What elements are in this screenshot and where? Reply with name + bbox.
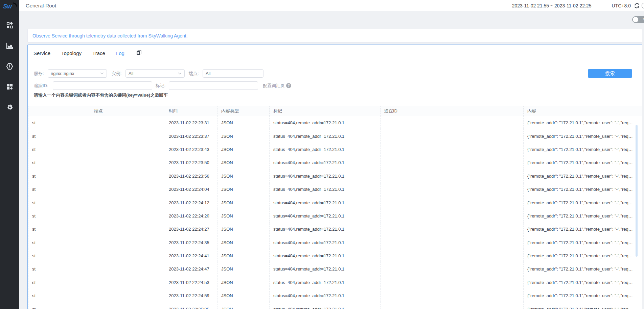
table-row[interactable]: st2023-11-02 22:24:04JSONstatus=404,remo… xyxy=(28,183,642,196)
cell-trace_id xyxy=(380,183,523,196)
cell-time: 2023-11-02 22:24:53 xyxy=(165,276,217,289)
instance-select[interactable]: All xyxy=(125,69,185,78)
version-toggle[interactable]: V xyxy=(632,16,644,23)
skywalking-logo[interactable]: Sw xyxy=(3,2,18,10)
refresh-button[interactable] xyxy=(634,3,640,9)
cell-time: 2023-11-02 22:23:56 xyxy=(165,170,217,183)
table-row[interactable]: st2023-11-02 22:24:35JSONstatus=404,remo… xyxy=(28,236,642,249)
table-row[interactable]: st2023-11-02 22:24:41JSONstatus=404,remo… xyxy=(28,249,642,262)
search-button[interactable]: 搜索 xyxy=(588,69,632,78)
table-row[interactable]: st2023-11-02 22:25:05JSONstatus=404,remo… xyxy=(28,302,642,309)
cell-time: 2023-11-02 22:25:05 xyxy=(165,302,217,309)
cell-tags: status=404,remote_addr=172.21.0.1 xyxy=(269,276,380,289)
trace-id-input[interactable] xyxy=(53,81,152,90)
log-table: 端点时间内容类型标记追踪ID内容 st2023-11-02 22:23:31JS… xyxy=(28,106,642,309)
cell-endpoint xyxy=(90,302,165,309)
table-row[interactable]: st2023-11-02 22:24:53JSONstatus=404,remo… xyxy=(28,276,642,289)
cell-content: {"remote_addr": "172.21.0.1","remote_use… xyxy=(523,183,642,196)
tags-label: 标记: xyxy=(156,81,166,90)
cell-service: st xyxy=(28,249,90,262)
instance-label: 实例: xyxy=(112,69,122,78)
table-row[interactable]: st2023-11-02 22:24:27JSONstatus=404,remo… xyxy=(28,223,642,236)
cell-service: st xyxy=(28,183,90,196)
dictionary-link[interactable]: 配置词汇页 ? xyxy=(263,81,291,90)
sidebar-item-alert[interactable] xyxy=(0,59,19,73)
question-circle-icon: ? xyxy=(286,83,291,88)
cell-content: {"remote_addr": "172.21.0.1","remote_use… xyxy=(523,170,642,183)
sidebar: Sw xyxy=(0,0,19,309)
cell-content: {"remote_addr": "172.21.0.1","remote_use… xyxy=(523,223,642,236)
tab-bar: Service Topology Trace Log xyxy=(33,48,142,58)
cell-service: st xyxy=(28,156,90,169)
cell-trace_id xyxy=(380,289,523,302)
table-row[interactable]: st2023-11-02 22:23:50JSONstatus=404,remo… xyxy=(28,156,642,169)
table-scrollbar[interactable] xyxy=(636,125,638,257)
log-panel-card: Service Topology Trace Log 服务: nginx::ng… xyxy=(27,45,642,309)
timezone-label[interactable]: UTC+8:0 xyxy=(612,3,631,8)
column-header-trace_id: 追踪ID xyxy=(380,106,523,116)
alert-hexagon-icon xyxy=(6,63,13,70)
cell-tags: status=404,remote_addr=172.21.0.1 xyxy=(269,209,380,223)
cell-endpoint xyxy=(90,276,165,289)
tab-log[interactable]: Log xyxy=(116,50,124,56)
cell-content: {"remote_addr": "172.21.0.1","remote_use… xyxy=(523,209,642,223)
cell-trace_id xyxy=(380,276,523,289)
cell-service: st xyxy=(28,116,90,129)
table-row[interactable]: st2023-11-02 22:23:43JSONstatus=404,remo… xyxy=(28,143,642,156)
log-table-header: 端点时间内容类型标记追踪ID内容 xyxy=(28,106,642,116)
cell-trace_id xyxy=(380,236,523,249)
toggle-knob xyxy=(633,17,638,22)
cell-service: st xyxy=(28,262,90,276)
toggle-label: V xyxy=(643,17,644,21)
chevron-down-icon xyxy=(100,72,104,75)
endpoint-input[interactable]: All xyxy=(203,69,263,78)
cell-content_type: JSON xyxy=(217,262,269,276)
info-icon[interactable] xyxy=(642,3,644,8)
tab-trace[interactable]: Trace xyxy=(92,50,105,56)
cell-endpoint xyxy=(90,129,165,143)
table-row[interactable]: st2023-11-02 22:24:59JSONstatus=404,remo… xyxy=(28,289,642,302)
cell-tags: status=404,remote_addr=172.21.0.1 xyxy=(269,249,380,262)
cell-tags: status=404,remote_addr=172.21.0.1 xyxy=(269,302,380,309)
cell-endpoint xyxy=(90,183,165,196)
cell-trace_id xyxy=(380,143,523,156)
chevron-down-icon xyxy=(178,72,182,75)
table-row[interactable]: st2023-11-02 22:24:12JSONstatus=404,remo… xyxy=(28,196,642,209)
tab-topology[interactable]: Topology xyxy=(61,50,82,56)
cell-content_type: JSON xyxy=(217,289,269,302)
cell-content_type: JSON xyxy=(217,236,269,249)
table-row[interactable]: st2023-11-02 22:23:31JSONstatus=404,remo… xyxy=(28,116,642,129)
cell-endpoint xyxy=(90,170,165,183)
cell-time: 2023-11-02 22:23:37 xyxy=(165,129,217,143)
log-table-body: st2023-11-02 22:23:31JSONstatus=404,remo… xyxy=(28,116,642,309)
service-select[interactable]: nginx::nginx xyxy=(48,69,107,78)
page-title: General-Root xyxy=(26,0,56,11)
table-row[interactable]: st2023-11-02 22:24:47JSONstatus=404,remo… xyxy=(28,262,642,276)
cell-content_type: JSON xyxy=(217,209,269,223)
cell-content: {"remote_addr": "172.21.0.1","remote_use… xyxy=(523,249,642,262)
sidebar-item-chart[interactable] xyxy=(0,39,19,52)
cell-endpoint xyxy=(90,143,165,156)
table-row[interactable]: st2023-11-02 22:24:20JSONstatus=404,remo… xyxy=(28,209,642,223)
table-row[interactable]: st2023-11-02 22:23:56JSONstatus=404,remo… xyxy=(28,170,642,183)
chart-icon xyxy=(6,42,13,49)
cell-content: {"remote_addr": "172.21.0.1","remote_use… xyxy=(523,302,642,309)
table-row[interactable]: st2023-11-02 22:23:37JSONstatus=404,remo… xyxy=(28,129,642,143)
cell-tags: status=404,remote_addr=172.21.0.1 xyxy=(269,289,380,302)
sidebar-item-settings[interactable] xyxy=(0,101,19,114)
tab-service[interactable]: Service xyxy=(33,50,50,56)
copy-document-icon[interactable] xyxy=(136,50,142,57)
cell-endpoint xyxy=(90,223,165,236)
cell-trace_id xyxy=(380,129,523,143)
column-header-time: 时间 xyxy=(165,106,217,116)
notice-banner: Observe Service through telemetry data c… xyxy=(27,29,642,43)
sidebar-item-dashboard[interactable] xyxy=(0,19,19,32)
tags-input[interactable] xyxy=(169,81,258,90)
cell-content: {"remote_addr": "172.21.0.1","remote_use… xyxy=(523,276,642,289)
sidebar-item-marketplace[interactable] xyxy=(0,80,19,94)
cell-service: st xyxy=(28,170,90,183)
cell-trace_id xyxy=(380,262,523,276)
time-range[interactable]: 2023-11-02 21:55 ~ 2023-11-02 22:25 xyxy=(512,3,592,8)
endpoint-label: 端点: xyxy=(189,69,199,78)
cell-endpoint xyxy=(90,116,165,129)
